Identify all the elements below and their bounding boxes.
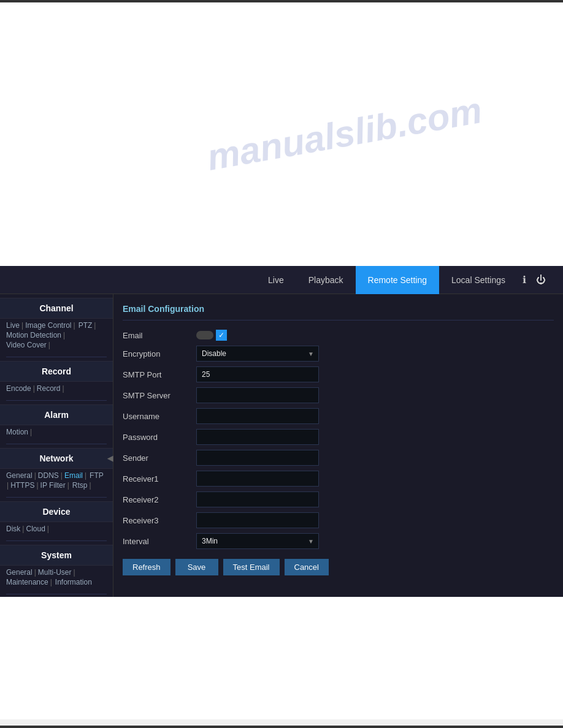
sidebar-item-record[interactable]: Record (37, 384, 61, 393)
sidebar-section-record: Record Encode | Record | (0, 361, 113, 401)
sidebar-item-maintenance[interactable]: Maintenance (6, 578, 48, 586)
nav-local-settings[interactable]: Local Settings (439, 266, 518, 294)
label-sender: Sender (123, 453, 196, 463)
label-email: Email (123, 331, 196, 340)
password-input[interactable] (196, 429, 319, 445)
label-encryption: Encryption (123, 349, 196, 358)
sidebar-item-information[interactable]: Information (55, 578, 92, 586)
sidebar-title-alarm: Alarm (0, 404, 113, 425)
info-icon[interactable]: ℹ (518, 266, 531, 294)
control-receiver3 (196, 512, 319, 528)
sidebar-item-disk[interactable]: Disk (6, 525, 20, 533)
form-row-sender: Sender (123, 450, 554, 466)
smtp-server-input[interactable] (196, 387, 319, 403)
sidebar-item-motion[interactable]: Motion (6, 428, 28, 436)
receiver2-input[interactable] (196, 491, 319, 507)
sidebar-title-record: Record (0, 361, 113, 382)
label-interval: Interval (123, 537, 196, 546)
sidebar: Channel Live | Image Control | PTZ | Mot… (0, 294, 113, 597)
sidebar-item-cloud[interactable]: Cloud (26, 525, 45, 533)
sender-input[interactable] (196, 450, 319, 466)
label-username: Username (123, 412, 196, 421)
email-checkbox[interactable]: ✓ (216, 330, 227, 341)
main-content: Channel Live | Image Control | PTZ | Mot… (0, 294, 563, 597)
sidebar-item-multi-user[interactable]: Multi-User (38, 568, 72, 577)
power-icon[interactable]: ⏻ (531, 266, 551, 294)
receiver1-input[interactable] (196, 471, 319, 487)
bottom-bar (0, 726, 563, 728)
encryption-select[interactable]: Disable SSL TLS (196, 346, 319, 362)
control-receiver2 (196, 491, 319, 507)
sidebar-links-system: General | Multi-User | Maintenance | Inf… (0, 566, 113, 591)
nav-live[interactable]: Live (256, 266, 296, 294)
smtp-port-input[interactable] (196, 366, 319, 382)
form-row-username: Username (123, 408, 554, 424)
form-row-receiver1: Receiver1 (123, 471, 554, 487)
divider-record (6, 400, 107, 401)
form-row-interval: Interval 1Min 3Min 5Min 10Min 30Min (123, 533, 554, 549)
label-smtp-server: SMTP Server (123, 391, 196, 400)
sidebar-item-email[interactable]: Email (64, 471, 83, 480)
sidebar-title-system: System (0, 545, 113, 566)
sidebar-links-channel: Live | Image Control | PTZ | Motion Dete… (0, 319, 113, 354)
sidebar-section-device: Device Disk | Cloud | (0, 501, 113, 541)
test-email-button[interactable]: Test Email (223, 559, 280, 575)
watermark: manualslib.com (204, 89, 485, 179)
divider-network (6, 497, 107, 498)
label-password: Password (123, 433, 196, 442)
sidebar-item-https[interactable]: HTTPS (10, 481, 34, 490)
label-receiver2: Receiver2 (123, 495, 196, 504)
sidebar-title-device: Device (0, 501, 113, 522)
sidebar-item-motion-detection[interactable]: Motion Detection (6, 331, 61, 339)
dvr-container: Live Playback Remote Setting Local Setti… (0, 266, 563, 597)
sidebar-title-network: Network ◀ (0, 448, 113, 469)
save-button[interactable]: Save (175, 559, 218, 575)
sidebar-section-network: Network ◀ General | DDNS | Email | FTP |… (0, 448, 113, 498)
sidebar-item-video-cover[interactable]: Video Cover (6, 341, 47, 349)
sidebar-item-sys-general[interactable]: General (6, 568, 33, 577)
select-wrapper-interval: 1Min 3Min 5Min 10Min 30Min (196, 533, 319, 549)
sidebar-item-rtsp[interactable]: Rtsp (72, 481, 88, 490)
sidebar-item-ddns[interactable]: DDNS (38, 471, 59, 480)
divider-channel (6, 357, 107, 357)
white-space-bottom (0, 597, 563, 719)
cancel-button[interactable]: Cancel (285, 559, 329, 575)
form-row-password: Password (123, 429, 554, 445)
sidebar-links-alarm: Motion | (0, 425, 113, 441)
label-receiver3: Receiver3 (123, 516, 196, 525)
label-smtp-port: SMTP Port (123, 370, 196, 379)
sidebar-item-general[interactable]: General (6, 471, 33, 480)
sidebar-item-ftp[interactable]: FTP (90, 471, 104, 480)
toggle-track[interactable] (196, 331, 213, 339)
refresh-button[interactable]: Refresh (123, 559, 170, 575)
network-arrow-icon: ◀ (107, 454, 113, 463)
email-toggle: ✓ (196, 330, 319, 341)
username-input[interactable] (196, 408, 319, 424)
control-password (196, 429, 319, 445)
white-space-top: manualslib.com (0, 2, 563, 266)
form-row-receiver2: Receiver2 (123, 491, 554, 507)
sidebar-item-encode[interactable]: Encode (6, 384, 31, 393)
sidebar-item-live[interactable]: Live (6, 321, 20, 330)
form-row-encryption: Encryption Disable SSL TLS (123, 346, 554, 362)
button-row: Refresh Save Test Email Cancel (123, 559, 554, 575)
interval-select[interactable]: 1Min 3Min 5Min 10Min 30Min (196, 533, 319, 549)
receiver3-input[interactable] (196, 512, 319, 528)
control-interval: 1Min 3Min 5Min 10Min 30Min (196, 533, 319, 549)
sidebar-item-ptz[interactable]: PTZ (79, 321, 93, 330)
nav-bar: Live Playback Remote Setting Local Setti… (0, 266, 563, 294)
control-smtp-server (196, 387, 319, 403)
label-receiver1: Receiver1 (123, 474, 196, 483)
control-receiver1 (196, 471, 319, 487)
form-row-receiver3: Receiver3 (123, 512, 554, 528)
nav-remote-setting[interactable]: Remote Setting (356, 266, 440, 294)
sidebar-title-channel: Channel (0, 298, 113, 319)
sidebar-item-image-control[interactable]: Image Control (25, 321, 71, 330)
control-email: ✓ (196, 330, 319, 341)
sidebar-item-ip-filter[interactable]: IP Filter (40, 481, 66, 490)
control-encryption: Disable SSL TLS (196, 346, 319, 362)
divider-alarm (6, 444, 107, 444)
nav-playback[interactable]: Playback (296, 266, 356, 294)
control-sender (196, 450, 319, 466)
content-panel: Email Configuration Email ✓ Encryption (113, 294, 563, 597)
